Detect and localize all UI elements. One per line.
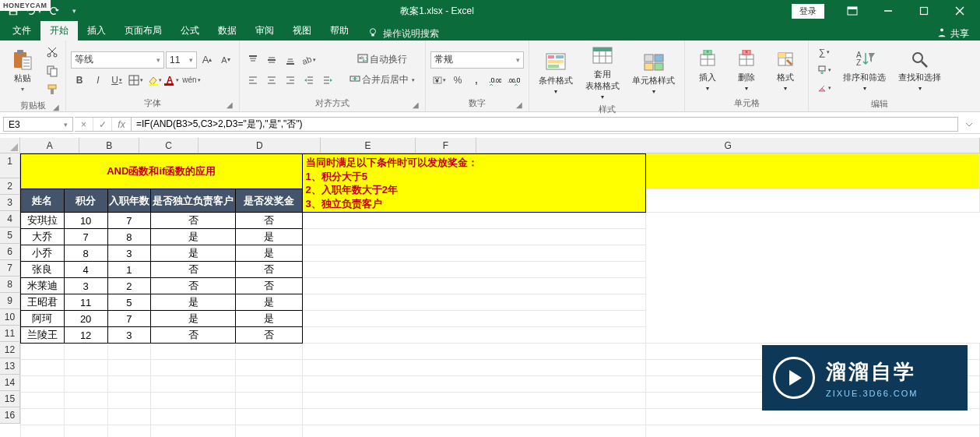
cell[interactable]: 10 xyxy=(64,213,107,229)
cell[interactable]: 大乔 xyxy=(21,229,65,245)
table-header[interactable]: 入职年数 xyxy=(107,189,151,213)
row-header[interactable]: 11 xyxy=(0,326,19,342)
col-header[interactable]: C xyxy=(139,138,198,153)
tab-view[interactable]: 视图 xyxy=(283,21,321,41)
tab-help[interactable]: 帮助 xyxy=(321,21,358,41)
cell[interactable]: 是 xyxy=(236,229,302,245)
tab-layout[interactable]: 页面布局 xyxy=(115,21,171,41)
row-header[interactable]: 2 xyxy=(0,178,19,195)
format-as-table-button[interactable]: 套用 表格格式▾ xyxy=(581,44,624,102)
cell[interactable]: 张良 xyxy=(21,262,65,278)
cell[interactable]: 小乔 xyxy=(21,245,65,262)
row-header[interactable]: 1 xyxy=(0,153,19,178)
formula-input[interactable]: =IF(AND(B3>5,C3>2,D3="是"),"是","否") xyxy=(132,117,958,132)
tab-file[interactable]: 文件 xyxy=(3,21,40,41)
cell[interactable]: 否 xyxy=(236,278,302,294)
cell[interactable]: 11 xyxy=(64,294,107,311)
cell[interactable]: 7 xyxy=(107,213,151,229)
cell[interactable]: 3 xyxy=(64,278,107,294)
table-title[interactable]: AND函数和if函数的应用 xyxy=(21,154,303,189)
cell[interactable]: 是 xyxy=(151,294,236,311)
cut-icon[interactable] xyxy=(44,44,61,61)
tab-formulas[interactable]: 公式 xyxy=(171,21,209,41)
row-header[interactable]: 5 xyxy=(0,227,19,244)
font-size-combo[interactable]: 11▾ xyxy=(166,51,197,69)
fx-icon[interactable]: fx xyxy=(112,118,131,131)
col-header[interactable]: D xyxy=(198,138,321,153)
accounting-icon[interactable]: ¥▾ xyxy=(430,72,448,89)
cell[interactable]: 安琪拉 xyxy=(21,213,65,229)
row-header[interactable]: 3 xyxy=(0,195,19,211)
ribbon-display-icon[interactable] xyxy=(835,0,869,22)
row-header[interactable]: 15 xyxy=(0,391,19,407)
cell[interactable]: 是 xyxy=(236,311,302,327)
copy-icon[interactable] xyxy=(44,62,61,79)
col-header[interactable]: B xyxy=(79,138,139,153)
cancel-formula-icon[interactable]: × xyxy=(75,118,93,131)
cell[interactable]: 4 xyxy=(64,262,107,278)
cell[interactable]: 1 xyxy=(107,262,151,278)
cell[interactable]: 兰陵王 xyxy=(21,327,65,344)
cell[interactable]: 否 xyxy=(151,327,236,344)
note-cell[interactable]: 当同时满足以下条件时可以发放奖金： 1、积分大于5 2、入职年数大于2年 3、独… xyxy=(302,154,645,213)
cell[interactable]: 阿珂 xyxy=(21,311,65,327)
cell[interactable]: 王昭君 xyxy=(21,294,65,311)
cell[interactable]: 5 xyxy=(107,294,151,311)
cell[interactable]: 3 xyxy=(107,245,151,262)
align-center-icon[interactable] xyxy=(263,72,280,89)
cell[interactable]: 8 xyxy=(64,245,107,262)
col-header[interactable]: G xyxy=(476,138,980,153)
login-button[interactable]: 登录 xyxy=(792,4,824,19)
orientation-icon[interactable]: ab▾ xyxy=(300,51,318,69)
italic-icon[interactable]: I xyxy=(90,72,107,89)
table-header[interactable]: 姓名 xyxy=(21,189,65,213)
conditional-format-button[interactable]: 条件格式▾ xyxy=(534,50,578,97)
fill-color-icon[interactable]: ▾ xyxy=(146,72,163,89)
col-header[interactable]: A xyxy=(20,138,79,153)
cell[interactable]: 3 xyxy=(107,327,151,344)
row-header[interactable]: 7 xyxy=(0,260,19,277)
cell-styles-button[interactable]: 单元格样式▾ xyxy=(627,50,680,97)
merge-center-button[interactable]: 合并后居中 ▾ xyxy=(344,72,420,89)
col-header[interactable]: F xyxy=(416,138,476,153)
minimize-icon[interactable] xyxy=(871,0,905,22)
table-header[interactable]: 是否独立负责客户 xyxy=(151,189,236,213)
qat-customize-icon[interactable]: ▾ xyxy=(65,2,83,19)
delete-cells-button[interactable]: ×删除▾ xyxy=(729,47,764,93)
row-header[interactable]: 9 xyxy=(0,293,19,309)
cell[interactable]: 7 xyxy=(64,229,107,245)
row-header[interactable]: 4 xyxy=(0,211,19,227)
decrease-indent-icon[interactable] xyxy=(300,72,318,89)
column-headers[interactable]: A B C D E F G xyxy=(20,138,980,153)
align-top-icon[interactable] xyxy=(244,51,262,69)
percent-icon[interactable]: % xyxy=(449,72,466,89)
cell[interactable]: 否 xyxy=(236,327,302,344)
share-button[interactable]: 共享 xyxy=(936,27,980,41)
cell[interactable]: 否 xyxy=(236,213,302,229)
find-select-button[interactable]: 查找和选择▾ xyxy=(894,47,946,93)
cell[interactable]: 米莱迪 xyxy=(21,278,65,294)
format-painter-icon[interactable] xyxy=(44,81,61,98)
row-header[interactable]: 14 xyxy=(0,375,19,391)
maximize-icon[interactable] xyxy=(907,0,941,22)
cell[interactable]: 20 xyxy=(64,311,107,327)
align-bottom-icon[interactable] xyxy=(282,51,299,69)
increase-decimal-icon[interactable]: .0.00 xyxy=(486,72,504,89)
row-header[interactable]: 13 xyxy=(0,358,19,375)
align-left-icon[interactable] xyxy=(244,72,262,89)
increase-indent-icon[interactable] xyxy=(319,72,336,89)
row-headers[interactable]: 12345678910111213141516 xyxy=(0,153,20,424)
font-color-icon[interactable]: A▾ xyxy=(164,72,181,89)
cell[interactable]: 否 xyxy=(236,262,302,278)
cell[interactable]: 是 xyxy=(151,311,236,327)
wrap-text-button[interactable]: ab 自动换行 xyxy=(344,51,420,69)
row-header[interactable]: 12 xyxy=(0,342,19,358)
number-format-combo[interactable]: 常规▾ xyxy=(430,51,524,69)
format-cells-button[interactable]: 格式▾ xyxy=(767,47,803,93)
cell[interactable]: 否 xyxy=(151,213,236,229)
fill-icon[interactable]: ▾ xyxy=(813,62,835,79)
font-name-combo[interactable]: 等线▾ xyxy=(71,51,164,69)
enter-formula-icon[interactable]: ✓ xyxy=(93,118,112,131)
decrease-decimal-icon[interactable]: .00.0 xyxy=(505,72,522,89)
paste-button[interactable]: 粘贴 ▾ xyxy=(5,48,40,94)
